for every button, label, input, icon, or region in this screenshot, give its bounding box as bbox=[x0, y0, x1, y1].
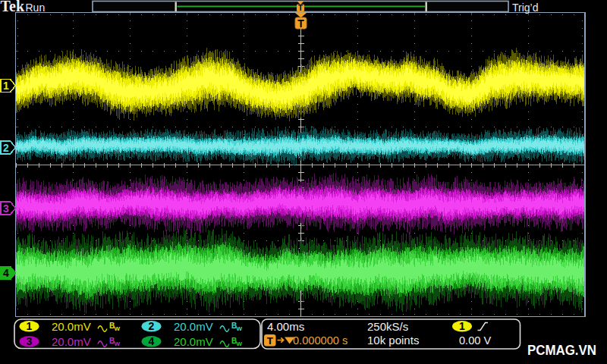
svg-text:2: 2 bbox=[149, 320, 155, 332]
svg-text:4: 4 bbox=[3, 267, 9, 279]
svg-text:20.0mV: 20.0mV bbox=[52, 335, 91, 348]
svg-text:3: 3 bbox=[27, 335, 33, 347]
svg-text:1: 1 bbox=[459, 320, 465, 332]
svg-text:4.00ms: 4.00ms bbox=[267, 320, 304, 333]
svg-text:250kS/s: 250kS/s bbox=[367, 320, 408, 333]
svg-text:4: 4 bbox=[149, 335, 155, 347]
svg-text:1: 1 bbox=[27, 320, 33, 332]
svg-text:PCMAG.VN: PCMAG.VN bbox=[527, 342, 596, 358]
svg-text:20.0mV: 20.0mV bbox=[174, 320, 213, 333]
svg-text:10k points: 10k points bbox=[367, 334, 419, 347]
svg-text:20.0mV: 20.0mV bbox=[52, 320, 91, 333]
svg-text:0.000000 s: 0.000000 s bbox=[293, 334, 348, 347]
svg-text:T: T bbox=[297, 17, 304, 30]
svg-text:Run: Run bbox=[26, 2, 46, 14]
svg-text:W: W bbox=[237, 325, 243, 332]
svg-text:W: W bbox=[237, 340, 243, 347]
svg-text:W: W bbox=[115, 325, 121, 332]
svg-text:0.00 V: 0.00 V bbox=[459, 334, 491, 347]
svg-text:W: W bbox=[115, 340, 121, 347]
svg-text:Trig’d: Trig’d bbox=[512, 2, 539, 14]
svg-text:2: 2 bbox=[3, 142, 9, 154]
svg-text:3: 3 bbox=[3, 202, 9, 215]
svg-text:1: 1 bbox=[3, 80, 9, 92]
svg-text:20.0mV: 20.0mV bbox=[174, 335, 213, 348]
svg-text:Tek: Tek bbox=[1, 0, 25, 14]
svg-text:T: T bbox=[267, 335, 274, 347]
svg-text:T: T bbox=[298, 4, 303, 12]
